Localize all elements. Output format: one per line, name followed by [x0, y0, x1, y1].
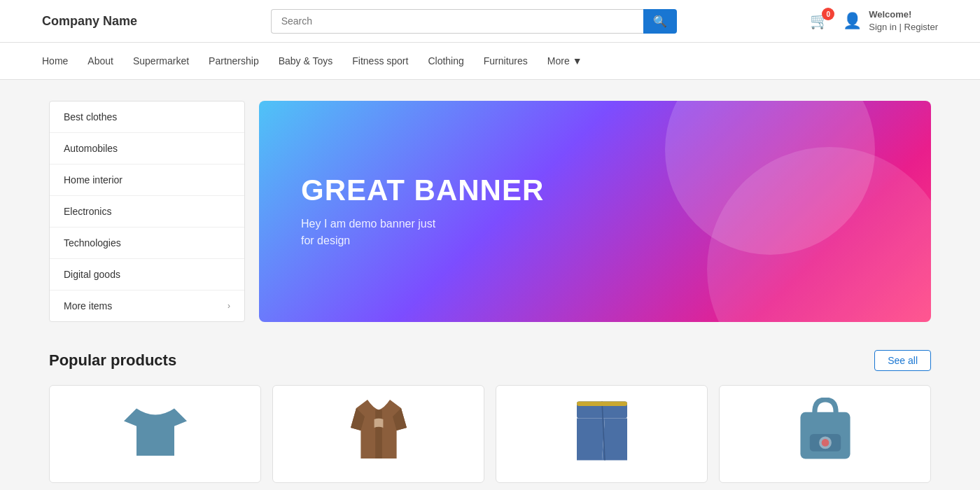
- nav-item-home[interactable]: Home: [42, 43, 68, 79]
- sidebar: Best clothes Automobiles Home interior E…: [49, 101, 245, 322]
- banner-title: GREAT BANNER: [301, 174, 544, 207]
- sidebar-item-automobiles[interactable]: Automobiles: [50, 133, 244, 164]
- banner-subtitle: Hey I am demo banner justfor design: [301, 216, 544, 249]
- popular-title: Popular products: [49, 351, 176, 370]
- header: Company Name 🔍 🛒 0 👤 Welcome! Sign in | …: [0, 0, 980, 43]
- cart-button[interactable]: 🛒 0: [810, 12, 829, 30]
- welcome-text: Welcome!: [869, 8, 938, 21]
- banner-text: GREAT BANNER Hey I am demo banner justfo…: [301, 174, 544, 249]
- product-image-jeans: [496, 386, 707, 475]
- product-card-bag[interactable]: [719, 385, 931, 483]
- popular-section: Popular products See all: [49, 350, 931, 483]
- sidebar-item-technologies[interactable]: Technologies: [50, 227, 244, 259]
- sidebar-item-label: Best clothes: [64, 111, 117, 122]
- main-content: Best clothes Automobiles Home interior E…: [35, 101, 945, 483]
- nav-item-baby-toys[interactable]: Baby & Toys: [279, 43, 333, 79]
- search-input[interactable]: [271, 9, 643, 34]
- search-button[interactable]: 🔍: [643, 9, 677, 34]
- signin-text: Sign in | Register: [869, 22, 938, 32]
- product-card-tshirt[interactable]: [49, 385, 261, 483]
- product-card-jacket[interactable]: [272, 385, 484, 483]
- sidebar-item-label: Technologies: [64, 237, 121, 248]
- cart-badge: 0: [822, 8, 834, 20]
- logo: Company Name: [42, 14, 137, 29]
- user-info: Welcome! Sign in | Register: [869, 8, 938, 34]
- sidebar-item-label: Electronics: [64, 206, 111, 217]
- svg-rect-3: [577, 401, 627, 405]
- navbar: Home About Supermarket Partnership Baby …: [0, 43, 980, 80]
- svg-point-7: [821, 439, 829, 447]
- sidebar-item-more-items[interactable]: More items ›: [50, 290, 244, 321]
- banner: GREAT BANNER Hey I am demo banner justfo…: [259, 101, 931, 322]
- sidebar-item-electronics[interactable]: Electronics: [50, 196, 244, 227]
- sidebar-item-label: More items: [64, 300, 112, 312]
- sidebar-item-label: Home interior: [64, 174, 122, 186]
- search-icon: 🔍: [653, 15, 667, 27]
- product-image-jacket: [273, 386, 484, 475]
- sidebar-item-label: Digital goods: [64, 269, 120, 280]
- sidebar-item-label: Automobiles: [64, 143, 118, 154]
- search-bar: 🔍: [271, 9, 677, 34]
- nav-item-clothing[interactable]: Clothing: [428, 43, 463, 79]
- chevron-right-icon: ›: [227, 301, 230, 311]
- product-card-jeans[interactable]: [496, 385, 708, 483]
- popular-header: Popular products See all: [49, 350, 931, 371]
- header-right: 🛒 0 👤 Welcome! Sign in | Register: [810, 8, 938, 34]
- product-image-bag: [720, 386, 930, 475]
- top-section: Best clothes Automobiles Home interior E…: [49, 101, 931, 322]
- sidebar-item-best-clothes[interactable]: Best clothes: [50, 102, 244, 133]
- sidebar-item-home-interior[interactable]: Home interior: [50, 164, 244, 196]
- user-icon: 👤: [843, 12, 862, 30]
- user-area[interactable]: 👤 Welcome! Sign in | Register: [843, 8, 938, 34]
- svg-rect-0: [375, 410, 382, 459]
- nav-item-supermarket[interactable]: Supermarket: [133, 43, 189, 79]
- nav-item-furnitures[interactable]: Furnitures: [484, 43, 528, 79]
- sidebar-item-digital-goods[interactable]: Digital goods: [50, 259, 244, 290]
- see-all-button[interactable]: See all: [874, 350, 931, 371]
- nav-item-fitness-sport[interactable]: Fitness sport: [352, 43, 408, 79]
- products-grid: [49, 385, 931, 483]
- nav-item-more[interactable]: More ▼: [547, 43, 582, 79]
- nav-item-about[interactable]: About: [88, 43, 113, 79]
- product-image-tshirt: [50, 386, 260, 475]
- nav-item-partnership[interactable]: Partnership: [209, 43, 259, 79]
- chevron-down-icon: ▼: [573, 55, 582, 66]
- nav-more-label: More: [547, 55, 570, 66]
